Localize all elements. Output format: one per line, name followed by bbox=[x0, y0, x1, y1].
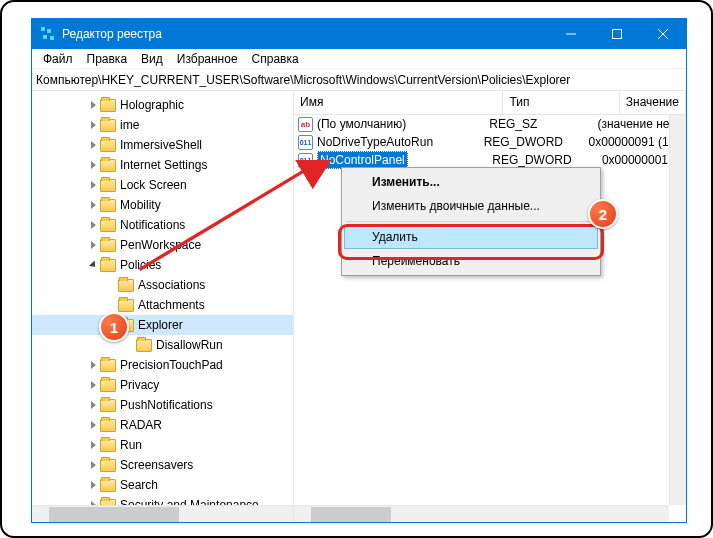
tree-label: PrecisionTouchPad bbox=[120, 358, 223, 372]
tree-item[interactable]: Lock Screen bbox=[32, 175, 293, 195]
ctx-rename[interactable]: Переименовать bbox=[344, 249, 598, 273]
folder-icon bbox=[100, 439, 116, 452]
tree-item[interactable]: Policies bbox=[32, 255, 293, 275]
tree-item[interactable]: Privacy bbox=[32, 375, 293, 395]
annotation-badge-2: 2 bbox=[588, 199, 618, 229]
menu-edit[interactable]: Правка bbox=[80, 50, 135, 68]
tree-label: Screensavers bbox=[120, 458, 193, 472]
folder-icon bbox=[100, 99, 116, 112]
tree-scrollbar-h[interactable] bbox=[32, 505, 293, 522]
tree-item[interactable]: Mobility bbox=[32, 195, 293, 215]
folder-icon bbox=[100, 199, 116, 212]
window-title: Редактор реестра bbox=[62, 27, 548, 41]
expand-icon[interactable] bbox=[86, 178, 100, 192]
ctx-modify[interactable]: Изменить... bbox=[344, 170, 598, 194]
tree-item[interactable]: Associations bbox=[32, 275, 293, 295]
tree-label: Holographic bbox=[120, 98, 184, 112]
tree-label: ImmersiveShell bbox=[120, 138, 202, 152]
col-data[interactable]: Значение bbox=[620, 91, 686, 114]
tree-item[interactable]: ime bbox=[32, 115, 293, 135]
list-pane[interactable]: Имя Тип Значение ab(По умолчанию)REG_SZ(… bbox=[294, 91, 686, 522]
tree-item[interactable]: Attachments bbox=[32, 295, 293, 315]
tree-pane[interactable]: HolographicimeImmersiveShellInternet Set… bbox=[32, 91, 294, 522]
tree-item[interactable]: Run bbox=[32, 435, 293, 455]
tree-label: Attachments bbox=[138, 298, 205, 312]
menu-file[interactable]: Файл bbox=[36, 50, 80, 68]
expand-icon[interactable] bbox=[86, 418, 100, 432]
expand-icon[interactable] bbox=[86, 158, 100, 172]
tree-item[interactable]: Notifications bbox=[32, 215, 293, 235]
tree-label: Search bbox=[120, 478, 158, 492]
expand-icon[interactable] bbox=[86, 138, 100, 152]
folder-icon bbox=[118, 279, 134, 292]
address-text: Компьютер\HKEY_CURRENT_USER\Software\Mic… bbox=[36, 73, 570, 87]
value-name: (По умолчанию) bbox=[317, 117, 406, 131]
col-name[interactable]: Имя bbox=[294, 91, 503, 114]
tree-item[interactable]: PushNotifications bbox=[32, 395, 293, 415]
tree-item[interactable]: Holographic bbox=[32, 95, 293, 115]
folder-icon bbox=[118, 299, 134, 312]
expand-icon[interactable] bbox=[86, 238, 100, 252]
expand-icon[interactable] bbox=[104, 298, 118, 312]
expand-icon[interactable] bbox=[86, 218, 100, 232]
tree-item[interactable]: PrecisionTouchPad bbox=[32, 355, 293, 375]
menu-favorites[interactable]: Избранное bbox=[170, 50, 245, 68]
close-button[interactable] bbox=[640, 19, 686, 49]
expand-icon[interactable] bbox=[86, 378, 100, 392]
expand-icon[interactable] bbox=[86, 118, 100, 132]
folder-icon bbox=[100, 379, 116, 392]
expand-icon[interactable] bbox=[86, 258, 100, 272]
tree-item[interactable]: Internet Settings bbox=[32, 155, 293, 175]
expand-icon[interactable] bbox=[86, 198, 100, 212]
list-scrollbar-h[interactable] bbox=[294, 505, 669, 522]
tree-label: Mobility bbox=[120, 198, 161, 212]
expand-icon[interactable] bbox=[86, 438, 100, 452]
address-bar[interactable]: Компьютер\HKEY_CURRENT_USER\Software\Mic… bbox=[32, 69, 686, 91]
tree-item[interactable]: PenWorkspace bbox=[32, 235, 293, 255]
titlebar[interactable]: Редактор реестра bbox=[32, 19, 686, 49]
maximize-button[interactable] bbox=[594, 19, 640, 49]
folder-icon bbox=[100, 159, 116, 172]
annotation-badge-1: 1 bbox=[99, 312, 129, 342]
folder-icon bbox=[100, 419, 116, 432]
expand-icon[interactable] bbox=[86, 458, 100, 472]
folder-icon bbox=[100, 139, 116, 152]
tree-label: Internet Settings bbox=[120, 158, 207, 172]
context-menu: Изменить... Изменить двоичные данные... … bbox=[341, 167, 601, 276]
folder-icon bbox=[100, 119, 116, 132]
tree-item[interactable]: DisallowRun bbox=[32, 335, 293, 355]
menu-help[interactable]: Справка bbox=[245, 50, 306, 68]
col-type[interactable]: Тип bbox=[503, 91, 619, 114]
tree-item[interactable]: RADAR bbox=[32, 415, 293, 435]
tree-label: RADAR bbox=[120, 418, 162, 432]
dword-icon: 011 bbox=[298, 153, 313, 168]
expand-icon[interactable] bbox=[86, 98, 100, 112]
list-scrollbar-v[interactable] bbox=[669, 115, 686, 505]
ctx-delete[interactable]: Удалить bbox=[344, 225, 598, 249]
value-row[interactable]: ab(По умолчанию)REG_SZ(значение не пр bbox=[294, 115, 686, 133]
string-icon: ab bbox=[298, 117, 313, 132]
folder-icon bbox=[100, 399, 116, 412]
ctx-modify-binary[interactable]: Изменить двоичные данные... bbox=[344, 194, 598, 218]
folder-icon bbox=[100, 259, 116, 272]
tree-label: DisallowRun bbox=[156, 338, 223, 352]
folder-icon bbox=[100, 219, 116, 232]
expand-icon[interactable] bbox=[122, 338, 136, 352]
minimize-button[interactable] bbox=[548, 19, 594, 49]
column-headers[interactable]: Имя Тип Значение bbox=[294, 91, 686, 115]
folder-icon bbox=[100, 479, 116, 492]
folder-icon bbox=[100, 359, 116, 372]
value-type: REG_SZ bbox=[489, 117, 597, 131]
menu-view[interactable]: Вид bbox=[134, 50, 170, 68]
expand-icon[interactable] bbox=[104, 278, 118, 292]
tree-item[interactable]: Screensavers bbox=[32, 455, 293, 475]
expand-icon[interactable] bbox=[86, 478, 100, 492]
expand-icon[interactable] bbox=[86, 398, 100, 412]
expand-icon[interactable] bbox=[86, 358, 100, 372]
tree-item[interactable]: ImmersiveShell bbox=[32, 135, 293, 155]
tree-item[interactable]: Explorer bbox=[32, 315, 293, 335]
tree-label: Run bbox=[120, 438, 142, 452]
value-row[interactable]: 011NoDriveTypeAutoRunREG_DWORD0x00000091… bbox=[294, 133, 686, 151]
tree-label: Lock Screen bbox=[120, 178, 187, 192]
tree-item[interactable]: Search bbox=[32, 475, 293, 495]
